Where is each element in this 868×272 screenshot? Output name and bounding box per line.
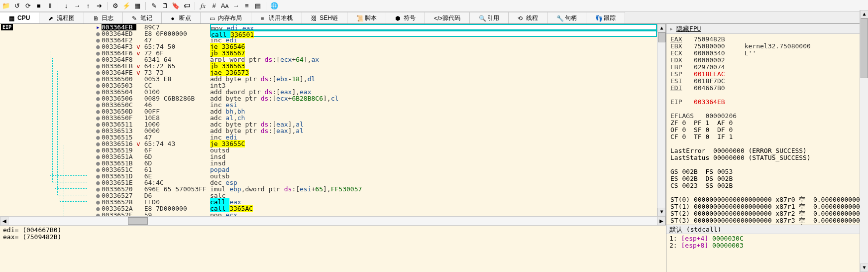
pause-icon[interactable]: ⏸	[46, 2, 54, 10]
disasm-row[interactable]: 00336515 47inc edi	[95, 134, 657, 140]
instruction: mov edi,eax	[210, 24, 657, 30]
disasm-row[interactable]: 003364F3v 65:74 50je 336546	[95, 43, 657, 50]
tab-ref[interactable]: 🔍引用	[470, 12, 509, 23]
disasm-row[interactable]: 0033650D 00FFadd bh,bh	[95, 108, 657, 115]
tab-label: 日志	[102, 14, 113, 22]
disasm-row[interactable]: 0033651A 6Dinsd	[95, 153, 657, 160]
info-pane[interactable]: edi= (004667B0)eax= (7509482B)	[0, 225, 666, 272]
disasm-row[interactable]: 003364ED E8 0F000000call 336501	[95, 30, 657, 37]
disasm-row[interactable]: 00336520 696E 65 570053FFimul ebp,dword …	[95, 186, 657, 192]
reg-vscroll[interactable]: ▲ ▼	[860, 24, 868, 225]
tab-thread[interactable]: ⟲线程	[509, 12, 547, 23]
step-over-icon[interactable]: →	[73, 2, 81, 10]
bottom-panel: edi= (004667B0)eax= (7509482B) 默认 (stdca…	[0, 225, 868, 272]
hscroll-track[interactable]	[8, 217, 657, 225]
scroll-up-button[interactable]: ▲	[657, 24, 665, 32]
tab-stack[interactable]: ≡调用堆栈	[251, 12, 302, 23]
run-to-icon[interactable]: ➜	[95, 2, 103, 10]
disasm-row[interactable]: 003364F8 6341 64arpl word ptr ds:[ecx+64…	[95, 56, 657, 63]
tab-src[interactable]: </>源代码	[425, 12, 470, 23]
disasm-row[interactable]: 00336519 6Foutsd	[95, 147, 657, 153]
disasm-row[interactable]: 00336511 1000adc byte ptr ds:[eax],al	[95, 121, 657, 128]
scroll-right-button[interactable]: ▶	[657, 217, 665, 225]
disasm-row[interactable]: 003364FBv 64:72 65jb 336563	[95, 63, 657, 69]
tab-bp[interactable]: ●断点	[162, 12, 201, 23]
hide-fpu-button[interactable]: 隐藏FPU	[676, 24, 701, 33]
tab-mem[interactable]: ▭内存布局	[201, 12, 251, 23]
collapse-icon[interactable]: ▸	[669, 25, 673, 32]
disasm-row[interactable]: 0033652F 59pop ecx	[95, 212, 657, 216]
step-into-icon[interactable]: ↓	[62, 2, 70, 10]
disasm-row[interactable]: 0033650C 46inc esi	[95, 102, 657, 108]
disasm-row[interactable]: 00336506 0089 C6B8286Badd byte ptr ds:[e…	[95, 95, 657, 102]
tab-log[interactable]: 🗎日志	[84, 12, 123, 23]
disasm-row[interactable]: 00336503 CCint3	[95, 82, 657, 89]
disasm-row[interactable]: 0033651B 6Dinsd	[95, 160, 657, 166]
tab-label: 源代码	[442, 14, 460, 22]
tab-seh[interactable]: ⛓SEH链	[302, 12, 347, 23]
restart-icon[interactable]: ⟳	[24, 2, 32, 10]
patch-icon[interactable]: ✎	[150, 2, 158, 10]
to-icon[interactable]: →	[232, 2, 240, 10]
folder-icon[interactable]: 📁	[2, 2, 10, 10]
stack-body[interactable]: 1: [esp+4] 0000030C2: [esp+8] 00000003	[666, 234, 868, 272]
scroll-down-button[interactable]: ▼	[657, 208, 665, 216]
disasm-row[interactable]: 003364F2 47inc edi	[95, 37, 657, 43]
disasm-row[interactable]: 0033651D 6Eoutsb	[95, 173, 657, 179]
stack-row[interactable]: 2: [esp+8] 00000003	[669, 242, 865, 249]
list-icon[interactable]: ≡	[243, 2, 251, 10]
scroll-thumb[interactable]	[658, 32, 665, 42]
disasm-row[interactable]: 00336513 0000add byte ptr ds:[eax],al	[95, 128, 657, 134]
tab-flow[interactable]: ⬈流程图	[39, 12, 84, 23]
register-body[interactable]: EAX 7509482B EBX 75080000 kernel32.75080…	[666, 34, 868, 225]
bookmark-icon[interactable]: 🔖	[172, 2, 180, 10]
thread-icon: ⟲	[518, 15, 524, 21]
tab-handle[interactable]: 🔧句柄	[547, 12, 586, 23]
hscroll-thumb[interactable]	[128, 217, 148, 225]
tab-note[interactable]: ✎笔记	[123, 12, 162, 23]
tab-cpu[interactable]: ▦CPU	[0, 12, 39, 23]
disasm-vscroll[interactable]: ▲ ▼	[657, 24, 665, 216]
stack-header[interactable]: 默认 (stdcall)	[666, 225, 868, 234]
undo-icon[interactable]: ↺	[13, 2, 21, 10]
step-out-icon[interactable]: ↑	[84, 2, 92, 10]
fx-icon[interactable]: 𝑓𝑥	[199, 2, 207, 10]
disasm-row[interactable]: 00336500 0053 E8add byte ptr ds:[ebx-18]…	[95, 76, 657, 82]
font-icon[interactable]: Aᴀ	[221, 2, 229, 10]
trace-icon[interactable]: ⚡	[122, 2, 130, 10]
disasm-row[interactable]: 003364FEv 73 73jae 336573	[95, 69, 657, 76]
instruction: imul ebp,dword ptr ds:[esi+65],FF530057	[210, 186, 657, 192]
disasm-row[interactable]: 003364F6v 72 6Fjb 336567	[95, 50, 657, 56]
instruction: call 3365AC	[210, 205, 657, 212]
script-icon[interactable]: ⚙	[111, 2, 119, 10]
tab-label: 内存布局	[218, 14, 242, 22]
tab-script[interactable]: 📜脚本	[347, 12, 386, 23]
comment-icon[interactable]: 🗒	[161, 2, 169, 10]
cpu-pane: EIP 003364EB 89C7mov edi,eax003364ED E8 …	[0, 24, 666, 225]
tab-sym[interactable]: ⬢符号	[386, 12, 425, 23]
disassembly-view[interactable]: EIP 003364EB 89C7mov edi,eax003364ED E8 …	[0, 24, 665, 216]
stack-row[interactable]: 1: [esp+4] 0000030C	[669, 235, 865, 242]
seh-icon: ⛓	[311, 15, 317, 21]
tab-label: 脚本	[365, 14, 377, 22]
tab-trace[interactable]: 👣跟踪	[586, 12, 625, 23]
stop-icon[interactable]: ■	[35, 2, 43, 10]
disasm-row[interactable]: 0033651C 61popad	[95, 166, 657, 173]
disasm-row[interactable]: 0033652A E8 7D000000call 3365AC	[95, 205, 657, 212]
src-icon: </>	[434, 15, 440, 21]
browser-icon[interactable]: ▤	[254, 2, 262, 10]
scroll-left-button[interactable]: ◀	[0, 217, 8, 225]
disasm-hscroll[interactable]: ◀ ▶	[0, 216, 665, 225]
img-icon[interactable]: ▦	[133, 2, 141, 10]
instruction: jb 336563	[210, 63, 657, 69]
hash-icon[interactable]: #	[210, 2, 218, 10]
globe-icon[interactable]: 🌐	[270, 2, 278, 10]
disasm-row[interactable]: 00336527 D6salc	[95, 192, 657, 199]
disasm-row[interactable]: 0033650F 10E8adc al,ch	[95, 115, 657, 121]
disasm-row[interactable]: 00336516v 65:74 43je 33655C	[95, 140, 657, 147]
breakpoint-dot[interactable]	[95, 212, 102, 216]
cpu-icon: ▦	[9, 15, 15, 21]
toolbar-separator	[58, 2, 58, 10]
tag-icon[interactable]: 🏷	[183, 2, 191, 10]
scroll-thumb[interactable]	[861, 24, 868, 78]
